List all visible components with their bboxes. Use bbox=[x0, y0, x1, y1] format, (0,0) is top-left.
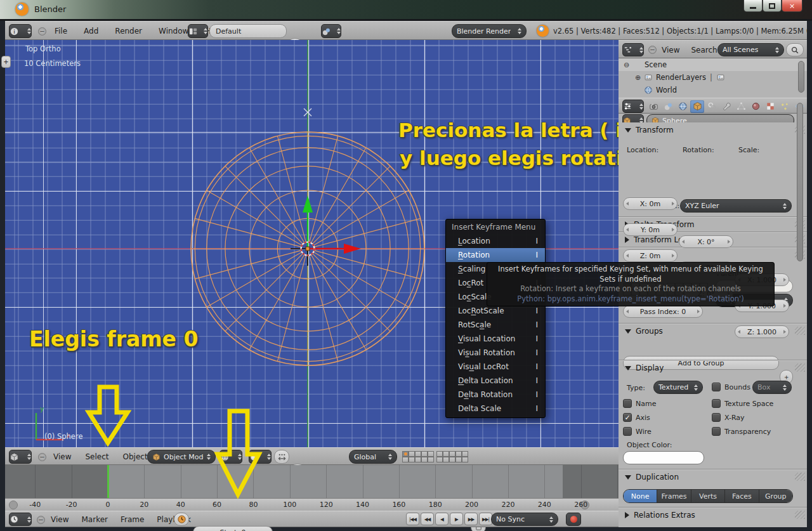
outliner-item-world[interactable]: World bbox=[619, 84, 807, 96]
layer-cell[interactable] bbox=[409, 451, 415, 457]
menu-window[interactable]: Window bbox=[159, 27, 188, 36]
menu-render[interactable]: Render bbox=[115, 27, 142, 36]
region-expand-tab[interactable]: + bbox=[1, 56, 11, 68]
collapse-menus-icon[interactable]: − bbox=[38, 453, 46, 461]
menu-item-delta-location[interactable]: Delta LocationI bbox=[446, 374, 545, 388]
duplication-option-none[interactable]: None bbox=[624, 490, 657, 502]
transform-field[interactable]: Z: 1.000 bbox=[735, 325, 789, 338]
outliner-menu-view[interactable]: View bbox=[662, 46, 679, 55]
record-button[interactable] bbox=[566, 513, 581, 526]
increment-icon[interactable] bbox=[783, 304, 786, 308]
layer-cell[interactable] bbox=[455, 451, 462, 457]
menu-item-rotation[interactable]: RotationI bbox=[446, 248, 545, 262]
layer-cell[interactable] bbox=[443, 457, 449, 462]
editor-type-button-properties[interactable] bbox=[622, 100, 644, 113]
scene-icon-button[interactable] bbox=[321, 24, 341, 38]
increment-icon[interactable] bbox=[728, 240, 730, 244]
duplication-option-verts[interactable]: Verts bbox=[691, 490, 725, 502]
increment-icon[interactable] bbox=[783, 330, 786, 334]
tab-material[interactable] bbox=[749, 100, 763, 113]
panel-grip[interactable] bbox=[795, 511, 805, 519]
mode-dropdown[interactable]: Object Mode bbox=[147, 450, 216, 464]
panel-header-duplication[interactable]: Duplication bbox=[625, 473, 679, 482]
outliner-item-scene[interactable]: ⊖undefinedScene bbox=[619, 58, 807, 71]
editor-type-button-info[interactable]: i bbox=[9, 24, 32, 38]
outliner-item-renderlayers[interactable]: ⊕RenderLayers| bbox=[619, 71, 807, 84]
decrement-icon[interactable] bbox=[738, 330, 740, 334]
jump-to-next-keyframe-button[interactable]: ▶▶ bbox=[464, 513, 478, 525]
layer-cell[interactable] bbox=[428, 451, 434, 457]
axis-checkbox[interactable]: ✓ bbox=[623, 413, 632, 422]
panel-grip[interactable] bbox=[795, 473, 805, 481]
bounds-type-dropdown[interactable]: Box bbox=[752, 381, 792, 394]
collapse-menus-icon[interactable]: − bbox=[648, 46, 657, 54]
layer-cell[interactable] bbox=[421, 457, 428, 462]
menu-add[interactable]: Add bbox=[84, 27, 98, 36]
menu-item-rotscale[interactable]: RotScaleI bbox=[446, 318, 545, 332]
timeline-menu-marker[interactable]: Marker bbox=[81, 515, 107, 524]
layer-cell[interactable] bbox=[462, 451, 468, 457]
menu-item-visual-rotation[interactable]: Visual RotationI bbox=[446, 346, 545, 360]
layer-cell[interactable] bbox=[415, 457, 421, 462]
breadcrumb[interactable]: Sphere bbox=[646, 114, 794, 122]
panel-header-relations-extras[interactable]: Relations Extras bbox=[625, 511, 695, 520]
layer-cell[interactable] bbox=[449, 451, 455, 457]
timeline-menu-frame[interactable]: Frame bbox=[121, 515, 144, 524]
layers-widget[interactable] bbox=[402, 451, 468, 462]
view3d-menu-view[interactable]: View bbox=[53, 452, 71, 461]
x-ray-checkbox[interactable] bbox=[712, 413, 721, 422]
timeline-playhead[interactable] bbox=[107, 465, 109, 498]
preview-range-button[interactable] bbox=[174, 513, 189, 526]
bounds-checkbox[interactable] bbox=[712, 383, 721, 391]
layer-cell[interactable] bbox=[402, 457, 409, 462]
screen-layout-icon-button[interactable] bbox=[188, 24, 208, 38]
jump-to-prev-keyframe-button[interactable]: ◀◀ bbox=[421, 513, 434, 525]
layer-cell[interactable] bbox=[402, 451, 409, 457]
layer-cell[interactable] bbox=[409, 457, 415, 462]
object-color-swatch[interactable] bbox=[623, 451, 704, 464]
editor-type-button-view3d[interactable] bbox=[9, 450, 32, 464]
transform-field[interactable]: X: 0° bbox=[679, 235, 733, 248]
outliner-scrollbar[interactable] bbox=[798, 61, 804, 93]
menu-item-location[interactable]: LocationI bbox=[446, 234, 545, 248]
panel-header-display[interactable]: Display bbox=[625, 364, 664, 372]
collapse-menus-icon[interactable]: − bbox=[37, 516, 45, 524]
editor-type-button-timeline[interactable] bbox=[9, 513, 32, 526]
layer-cell[interactable] bbox=[428, 457, 434, 462]
tab-texture[interactable] bbox=[763, 100, 777, 113]
timeline-plot[interactable] bbox=[5, 465, 619, 498]
menu-item-visual-location[interactable]: Visual LocationI bbox=[446, 332, 545, 346]
tab-scene[interactable] bbox=[661, 100, 675, 113]
increment-icon[interactable] bbox=[783, 278, 786, 282]
menu-item-delta-scale[interactable]: Delta ScaleI bbox=[446, 402, 545, 416]
collapse-menus-icon[interactable]: − bbox=[38, 27, 46, 36]
decrement-icon[interactable] bbox=[626, 228, 629, 232]
panel-header-groups[interactable]: Groups bbox=[625, 327, 663, 336]
minimize-button[interactable] bbox=[743, 0, 763, 12]
layer-cell[interactable] bbox=[415, 451, 421, 457]
tab-render[interactable] bbox=[646, 100, 660, 113]
properties-scrollbar[interactable] bbox=[797, 103, 803, 261]
outliner-menu-search[interactable]: Search bbox=[691, 46, 717, 55]
layer-cell[interactable] bbox=[436, 451, 443, 457]
panel-grip[interactable] bbox=[795, 327, 805, 335]
outliner-filter-dropdown[interactable]: All Scenes bbox=[717, 43, 784, 56]
layer-cell[interactable] bbox=[421, 451, 428, 457]
transparency-checkbox[interactable] bbox=[712, 427, 721, 436]
viewport-shading-dropdown[interactable] bbox=[219, 450, 242, 464]
decrement-icon[interactable] bbox=[682, 240, 684, 244]
maximize-button[interactable] bbox=[763, 0, 782, 12]
view3d-menu-object[interactable]: Object bbox=[123, 452, 148, 461]
transform-field[interactable]: X: 0m bbox=[623, 197, 678, 210]
timeline-menu-view[interactable]: View bbox=[51, 515, 69, 524]
texture-space-checkbox[interactable] bbox=[712, 399, 721, 408]
duplication-option-faces[interactable]: Faces bbox=[725, 490, 759, 502]
play-button[interactable]: ▶ bbox=[450, 513, 463, 525]
editor-type-button-outliner[interactable] bbox=[622, 43, 644, 56]
screen-layout-field[interactable]: Default bbox=[209, 24, 287, 38]
name-checkbox[interactable] bbox=[623, 399, 632, 408]
decrement-icon[interactable] bbox=[626, 202, 629, 206]
menu-item-delta-rotation[interactable]: Delta RotationI bbox=[446, 388, 545, 402]
wire-checkbox[interactable] bbox=[623, 427, 632, 436]
increment-icon[interactable] bbox=[672, 254, 674, 258]
